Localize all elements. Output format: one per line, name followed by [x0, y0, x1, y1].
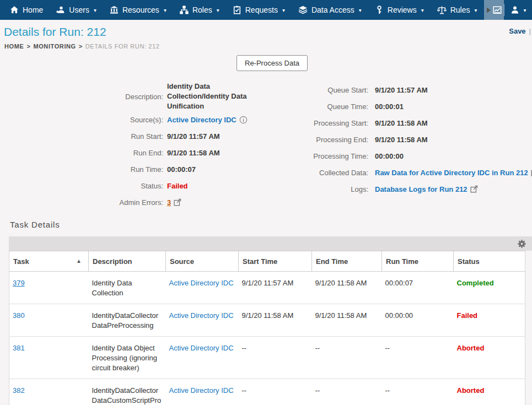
nav-item-data-access[interactable]: Data Access ▾ [292, 0, 368, 20]
external-link-icon[interactable] [174, 198, 181, 206]
caret-down-icon: ▾ [524, 7, 526, 13]
top-navbar: Home Users ▾ Resources ▾ Roles ▾ Request… [0, 0, 532, 20]
task-row-381: 381Identity Data Object Processing (igno… [9, 337, 525, 379]
detail-row: Run End: 9/1/20 11:58 AM [0, 144, 259, 161]
source-cell: Active Directory IDC [166, 337, 239, 379]
breadcrumb-item-monitoring[interactable]: MONITORING [33, 43, 76, 50]
grid-settings-button[interactable] [518, 239, 526, 249]
home-icon [10, 6, 19, 14]
task-row-379: 379Identity Data CollectionActive Direct… [9, 272, 525, 304]
task-link[interactable]: 382 [13, 386, 25, 395]
cell-text: -- [242, 386, 247, 395]
status-badge: Failed [167, 182, 188, 190]
column-header-description[interactable]: Description [89, 251, 166, 272]
nav-item-users[interactable]: Users ▾ [50, 0, 103, 20]
cell-text: 9/1/20 11:58 AM [315, 279, 367, 287]
detail-value: 00:00:00 [375, 152, 404, 160]
start-time-cell: -- [239, 379, 312, 405]
task-cell: 382 [9, 379, 89, 405]
run-details: Description: Identity Data Collection/Id… [0, 82, 532, 210]
status-badge: Completed [457, 279, 494, 287]
reprocess-data-button[interactable]: Re-Process Data [237, 55, 308, 71]
gear-icon [518, 239, 526, 249]
detail-value: 9/1/20 11:57 AM [167, 132, 251, 141]
nav-item-reviews[interactable]: Reviews ▾ [368, 0, 431, 20]
source-link[interactable]: Active Directory IDC [169, 311, 234, 320]
cell-text: 00:00:07 [385, 279, 413, 287]
source-link[interactable]: Active Directory IDC [167, 116, 237, 124]
detail-label: Run Start: [0, 132, 163, 141]
column-header-status[interactable]: Status [454, 251, 525, 272]
detail-value: 9/1/20 11:58 AM [375, 119, 428, 127]
status-cell: Aborted [454, 379, 525, 405]
detail-label: Description: [0, 93, 163, 101]
user-account-icon [510, 6, 519, 14]
requests-icon [233, 6, 241, 14]
task-details-heading: Task Details [10, 220, 532, 229]
status-badge: Aborted [457, 344, 485, 352]
detail-row: Processing End: 9/1/20 11:58 AM [259, 131, 529, 148]
cell-text: Identity Data Collection [92, 279, 132, 297]
detail-label: Status: [0, 182, 163, 190]
detail-row: Collected Data: Raw Data for Active Dire… [259, 164, 529, 181]
resources-icon [110, 6, 119, 14]
detail-row: Source(s): Active Directory IDC [0, 111, 259, 128]
column-label: End Time [316, 257, 348, 266]
detail-label: Logs: [259, 185, 368, 193]
run-time-cell: -- [382, 337, 454, 379]
end-time-cell: 9/1/20 11:58 AM [312, 272, 382, 304]
page-title: Details for Run: 212 [4, 25, 106, 39]
cell-text: -- [315, 344, 320, 352]
source-link[interactable]: Active Directory IDC [169, 386, 234, 395]
detail-row: Status: Failed [0, 177, 259, 194]
column-header-start-time[interactable]: Start Time [239, 251, 312, 272]
nav-item-home[interactable]: Home [3, 0, 50, 20]
admin-errors-link[interactable]: 3 [167, 198, 171, 207]
actions-bar: Re-Process Data [0, 55, 532, 71]
detail-label: Processing Time: [259, 152, 368, 160]
collected-data-link[interactable]: Raw Data for Active Directory IDC in Run… [375, 169, 528, 177]
info-icon[interactable] [239, 116, 248, 124]
nav-item-rules[interactable]: Rules ▾ [431, 0, 484, 20]
source-link[interactable]: Active Directory IDC [169, 344, 234, 352]
external-link-icon[interactable] [470, 185, 478, 193]
description-cell: Identity Data Object Processing (ignorin… [89, 337, 166, 379]
caret-down-icon: ▾ [164, 7, 166, 13]
task-link[interactable]: 379 [13, 279, 25, 287]
nav-overflow-monitoring[interactable] [484, 0, 504, 20]
nav-item-resources[interactable]: Resources ▾ [103, 0, 173, 20]
source-link[interactable]: Active Directory IDC [169, 279, 234, 287]
details-left-column: Description: Identity Data Collection/Id… [0, 82, 259, 210]
detail-label: Source(s): [0, 116, 163, 124]
page-header: Details for Run: 212 Save| [0, 20, 532, 39]
task-link[interactable]: 380 [13, 311, 25, 320]
caret-down-icon: ▾ [217, 7, 219, 13]
caret-down-icon: ▾ [475, 7, 477, 13]
task-link[interactable]: 381 [13, 344, 25, 352]
user-account-menu[interactable]: ▾ [509, 6, 528, 14]
end-time-cell: -- [312, 337, 382, 379]
grid-toolbar [9, 236, 532, 251]
detail-label: Run Time: [0, 165, 163, 174]
save-button[interactable]: Save [509, 27, 525, 35]
task-cell: 379 [9, 272, 89, 304]
breadcrumb-item-home[interactable]: HOME [4, 43, 24, 50]
column-header-task[interactable]: Task▲ [9, 251, 89, 272]
run-time-cell: 00:00:07 [382, 272, 454, 304]
detail-label: Admin Errors: [0, 198, 163, 207]
gear-icon [518, 240, 526, 248]
detail-row: Run Start: 9/1/20 11:57 AM [0, 128, 259, 144]
cell-text: -- [385, 386, 390, 395]
nav-item-requests[interactable]: Requests ▾ [226, 0, 292, 20]
nav-item-roles[interactable]: Roles ▾ [173, 0, 226, 20]
detail-value: Raw Data for Active Directory IDC in Run… [375, 169, 532, 177]
detail-value: Identity Data Collection/Identity Data U… [167, 82, 251, 111]
start-time-cell: 9/1/20 11:57 AM [239, 272, 312, 304]
column-header-source[interactable]: Source [166, 251, 239, 272]
logs-link[interactable]: Database Logs for Run 212 [375, 185, 467, 193]
column-header-end-time[interactable]: End Time [312, 251, 382, 272]
column-header-run-time[interactable]: Run Time [382, 251, 454, 272]
user-account-icon [510, 6, 519, 14]
description-cell: Identity Data Collection [89, 272, 166, 304]
detail-label: Collected Data: [259, 169, 368, 177]
